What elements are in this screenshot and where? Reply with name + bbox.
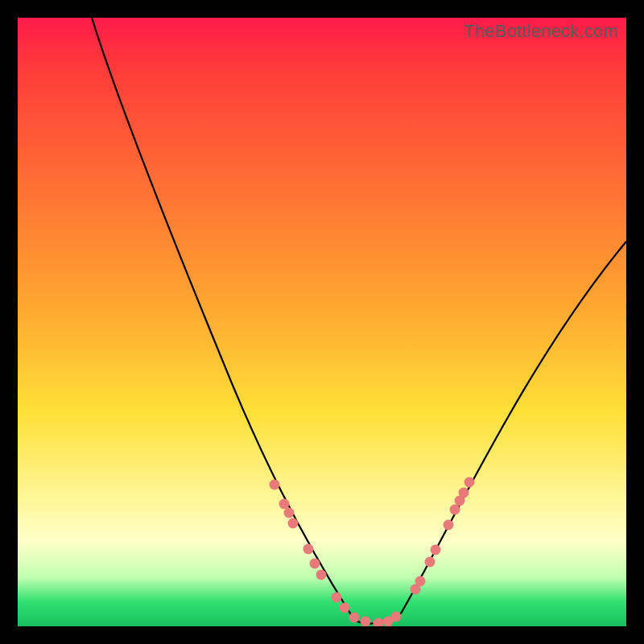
data-marker <box>425 557 436 568</box>
data-marker <box>340 603 350 613</box>
curve-right <box>401 242 626 613</box>
data-marker <box>332 592 342 603</box>
chart-frame: TheBottleneck.com <box>0 0 644 644</box>
data-marker <box>374 618 384 627</box>
data-marker <box>310 559 320 569</box>
plot-area: TheBottleneck.com <box>18 18 626 626</box>
data-marker <box>391 612 402 622</box>
data-marker <box>464 477 475 488</box>
data-marker <box>316 570 327 580</box>
data-marker <box>284 508 295 518</box>
data-marker <box>444 520 454 530</box>
data-marker <box>450 505 460 515</box>
marker-group <box>270 477 475 627</box>
data-marker <box>270 480 280 490</box>
data-marker <box>279 499 290 510</box>
chart-svg <box>18 18 626 626</box>
data-marker <box>459 488 469 498</box>
data-marker <box>303 544 314 555</box>
data-marker <box>349 613 360 623</box>
data-marker <box>288 518 299 529</box>
curve-left <box>92 18 354 620</box>
data-marker <box>431 545 441 555</box>
data-marker <box>361 617 371 627</box>
curve-group <box>92 18 626 624</box>
data-marker <box>415 576 426 587</box>
